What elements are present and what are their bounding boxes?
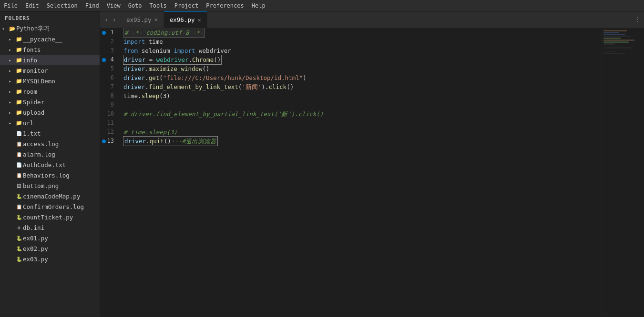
menu-goto[interactable]: Goto: [128, 2, 142, 9]
line-number: 4: [105, 55, 114, 64]
sidebar-item-pycache[interactable]: __pycache__: [0, 34, 100, 44]
tab-ex96[interactable]: ex96.py ✕: [164, 11, 207, 28]
tab-close-icon[interactable]: ✕: [197, 17, 201, 23]
file-icon: [15, 225, 23, 231]
menu-preferences[interactable]: Preferences: [206, 2, 244, 9]
sidebar-item-label: Behaviors.log: [23, 172, 70, 179]
file-icon: [15, 235, 23, 241]
code-token: click: [269, 82, 287, 91]
sidebar-item-label: countTicket.py: [23, 214, 73, 221]
sidebar-item-spider[interactable]: Spider: [0, 97, 100, 107]
line-number: 10: [105, 109, 114, 119]
line-number: 2: [105, 37, 114, 46]
sidebar-item-monitor[interactable]: monitor: [0, 65, 100, 76]
sidebar-item-countticket[interactable]: countTicket.py: [0, 212, 100, 222]
minimap-line: [603, 36, 631, 37]
code-line: from selenium import webdriver: [123, 46, 601, 55]
menu-project[interactable]: Project: [174, 2, 199, 9]
menu-help[interactable]: Help: [252, 2, 266, 9]
code-token: (): [286, 82, 294, 91]
sidebar-item-ex01[interactable]: ex01.py: [0, 233, 100, 243]
folder-icon: [15, 99, 23, 105]
code-token: ).: [261, 82, 268, 91]
code-token: ): [303, 73, 307, 82]
sidebar-item-buttom-png[interactable]: buttom.png: [0, 180, 100, 191]
sidebar-item-upload[interactable]: upload: [0, 107, 100, 118]
chevron-icon: [9, 58, 15, 63]
folder-icon: [15, 57, 23, 63]
code-content[interactable]: # -*- coding:utf-8 -*- import time from …: [122, 28, 601, 317]
line-number: 12: [105, 128, 114, 137]
sidebar-item-info[interactable]: info: [0, 55, 100, 65]
line-number: 11: [105, 119, 114, 128]
chevron-icon: [2, 26, 9, 31]
folder-icon: [15, 119, 23, 126]
tab-close-icon[interactable]: ✕: [154, 17, 158, 22]
sidebar-item-alarm-log[interactable]: alarm.log: [0, 149, 100, 159]
chevron-icon: [9, 37, 15, 42]
line-number: 13: [105, 137, 114, 146]
sidebar-item-fonts[interactable]: fonts: [0, 44, 100, 55]
line-number: 3: [105, 46, 114, 55]
minimap-line: [603, 47, 633, 49]
sidebar-item-url[interactable]: url: [0, 118, 100, 128]
minimap-line: [603, 38, 621, 39]
sidebar-item-1txt[interactable]: 1.txt: [0, 128, 100, 139]
menu-bar: File Edit Selection Find View Goto Tools…: [0, 0, 644, 11]
tab-ex95[interactable]: ex95.py ✕: [121, 11, 164, 28]
sidebar-item-label: info: [23, 57, 37, 64]
folder-icon: [9, 25, 16, 32]
sidebar-item-label: access.log: [23, 140, 59, 148]
code-token: selenium: [138, 46, 174, 55]
menu-selection[interactable]: Selection: [47, 2, 78, 9]
sidebar-item-label: ex01.py: [23, 235, 48, 242]
sidebar-item-cinemacodemap[interactable]: cinemaCodeMap.py: [0, 191, 100, 201]
editor-area: ‹ › ex95.py ✕ ex96.py ✕ ⋮ 1: [100, 11, 644, 317]
chevron-icon: [9, 110, 15, 115]
tab-menu-button[interactable]: ⋮: [632, 16, 644, 23]
code-token: (: [159, 73, 163, 82]
tab-next-button[interactable]: ›: [111, 15, 117, 24]
sidebar-item-root[interactable]: Python学习: [0, 23, 100, 34]
menu-tools[interactable]: Tools: [150, 2, 167, 9]
sidebar-item-ex03[interactable]: ex03.py: [0, 254, 100, 264]
sidebar-item-dbini[interactable]: db.ini: [0, 222, 100, 233]
tab-prev-button[interactable]: ‹: [103, 15, 110, 24]
sidebar: FOLDERS Python学习 __pycache__ fonts info …: [0, 11, 100, 317]
file-icon: [15, 256, 23, 262]
menu-find[interactable]: Find: [85, 2, 99, 9]
minimap-line: [603, 43, 615, 45]
sidebar-item-mysqldemo[interactable]: MYSQLDemo: [0, 76, 100, 86]
file-icon: [15, 141, 23, 147]
sidebar-item-behaviors-log[interactable]: Behaviors.log: [0, 170, 100, 180]
minimap-content: [602, 28, 644, 57]
code-token: "file:///C:/Users/hunk/Desktop/id.html": [163, 73, 303, 82]
sidebar-item-label: ConfirmOrders.log: [23, 203, 84, 210]
line-number: 1: [105, 28, 114, 37]
code-editor[interactable]: 1 2 3 4 5 6 7 8 9 10 11 12 13: [100, 28, 601, 317]
code-token: driver = webdriver.Chrome(): [123, 55, 221, 64]
sidebar-item-room[interactable]: room: [0, 86, 100, 97]
file-icon: [15, 172, 23, 178]
sidebar-item-label: Spider: [23, 99, 44, 106]
menu-file[interactable]: File: [4, 2, 18, 9]
tab-nav: ‹ ›: [100, 11, 121, 28]
sidebar-item-authcode[interactable]: AuthCode.txt: [0, 159, 100, 170]
menu-edit[interactable]: Edit: [25, 2, 39, 9]
sidebar-item-label: url: [23, 119, 34, 127]
code-token: (3): [159, 91, 170, 100]
sidebar-item-ex02[interactable]: ex02.py: [0, 243, 100, 254]
code-token: time.: [123, 91, 142, 100]
code-line: driver.find_element_by_link_text('新闻').c…: [123, 82, 601, 91]
code-line: # time.sleep(3): [123, 128, 601, 137]
sidebar-item-confirmorders[interactable]: ConfirmOrders.log: [0, 201, 100, 212]
code-token: '新闻': [242, 82, 261, 91]
breakpoint-indicator: [102, 31, 106, 35]
sidebar-item-label: alarm.log: [23, 151, 55, 158]
minimap-line: [603, 51, 617, 52]
menu-view[interactable]: View: [107, 2, 121, 9]
file-icon: [15, 162, 23, 168]
sidebar-item-label: ex03.py: [23, 256, 48, 263]
sidebar-item-access-log[interactable]: access.log: [0, 139, 100, 149]
code-token: from: [123, 46, 138, 55]
